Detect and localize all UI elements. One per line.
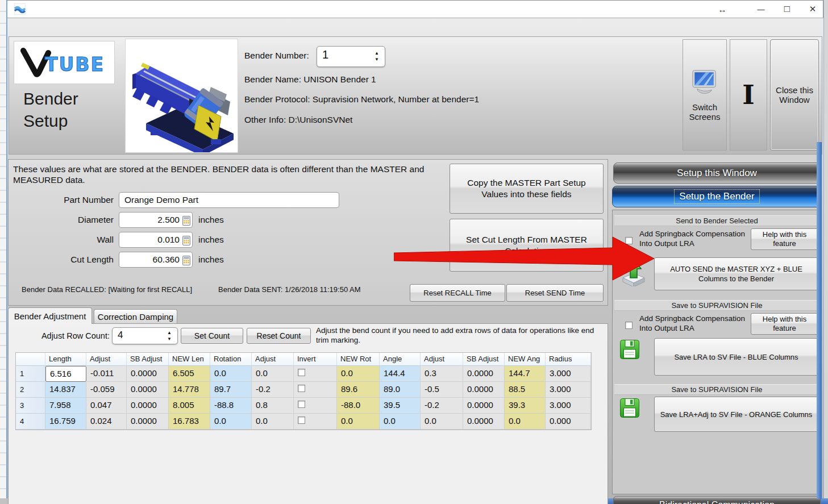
switch-screens-button[interactable]: Switch Screens [683,39,727,151]
table-cell[interactable]: 39.3 [505,398,546,414]
close-button[interactable]: ✕ [804,1,821,18]
tab-correction-damping[interactable]: Correction Damping [94,309,177,324]
table-cell[interactable]: 0.8 [252,398,294,414]
table-cell[interactable]: 0.3 [421,366,463,382]
save-lra-blue-button[interactable]: Save LRA to SV File - BLUE Columns [654,338,818,376]
table-cell[interactable] [294,382,337,398]
table-cell[interactable]: 0.0000 [127,366,169,382]
table-cell[interactable] [294,414,337,430]
table-cell[interactable]: -0.011 [86,366,127,382]
invert-checkbox[interactable] [298,416,305,424]
spin-up-icon[interactable]: ▲ [372,51,381,56]
table-cell[interactable]: 39.5 [380,398,421,414]
maximize-button[interactable]: □ [779,1,796,18]
column-header-adjust[interactable]: Adjust [86,353,127,366]
table-cell[interactable]: 89.6 [337,382,380,398]
spinner-arrows[interactable]: ▲ ▼ [372,47,381,66]
close-this-window-button[interactable]: Close this Window [770,39,819,151]
springback-checkbox-save[interactable] [625,322,633,329]
column-header-radius[interactable]: Radius [546,353,591,366]
minimize-button[interactable]: — [752,1,769,18]
table-cell[interactable]: 14.778 [169,382,210,398]
table-cell[interactable]: 89.0 [380,382,421,398]
auto-send-button[interactable]: AUTO SEND the MASTER XYZ + BLUE Columns … [654,257,818,290]
save-lra-adj-orange-button[interactable]: Save LRA+Adj to SV File - ORANGE Columns [654,397,818,432]
calculator-icon[interactable] [182,215,190,230]
table-cell[interactable]: 3.000 [546,382,591,398]
tab-bender-adjustment[interactable]: Bender Adjustment [8,307,92,324]
table-cell[interactable]: 0.0 [210,414,252,430]
wall-field[interactable]: 0.010 [119,232,193,248]
cut-length-field[interactable]: 60.360 [119,252,193,268]
table-cell[interactable]: 0.0 [210,366,252,382]
table-cell[interactable]: -0.5 [421,382,463,398]
column-header-new-rot[interactable]: NEW Rot [337,353,380,366]
spinner-arrows[interactable]: ▲ ▼ [165,328,174,344]
row-header[interactable]: 2 [16,382,45,398]
table-cell[interactable]: 0.0000 [463,414,505,430]
invert-checkbox[interactable] [298,369,305,376]
column-header-new-len[interactable]: NEW Len [169,353,210,366]
springback-checkbox-send[interactable] [625,237,633,244]
invert-checkbox[interactable] [298,385,305,392]
table-cell[interactable]: 88.5 [505,382,546,398]
table-cell[interactable]: -0.059 [86,382,127,398]
table-cell[interactable]: 7.958 [45,398,86,414]
column-header-rotation[interactable]: Rotation [210,353,252,366]
copy-master-values-button[interactable]: Copy the MASTER Part Setup Values into t… [450,164,604,214]
table-cell[interactable]: 0.0 [252,366,294,382]
table-cell[interactable] [294,366,337,382]
reset-send-time-button[interactable]: Reset SEND Time [506,284,604,302]
spin-up-icon[interactable]: ▲ [165,331,174,335]
table-cell[interactable]: -0.2 [421,398,463,414]
help-button-send[interactable]: Help with this feature [751,228,818,250]
reset-count-button[interactable]: Reset Count [247,328,311,344]
table-cell[interactable]: 0.0 [380,414,421,430]
table-cell[interactable]: 3.000 [546,398,591,414]
setup-this-window-button[interactable]: Setup this Window [613,163,821,184]
titlebar[interactable]: ↔ — □ ✕ [7,1,823,18]
table-cell[interactable] [294,398,337,414]
cursor-tool-button[interactable]: I [730,39,767,151]
reset-recall-time-button[interactable]: Reset RECALL Time [410,284,505,302]
calculator-icon[interactable] [182,255,190,270]
table-cell[interactable]: -0.2 [252,382,294,398]
table-cell[interactable]: 144.4 [380,366,421,382]
table-cell[interactable]: 14.837 [45,382,86,398]
column-header-sb-adjust[interactable]: SB Adjust [127,353,169,366]
spin-down-icon[interactable]: ▼ [165,337,174,341]
table-cell[interactable]: 0.000 [546,414,591,430]
part-number-field[interactable]: Orange Demo Part [119,192,339,208]
bender-number-spinner[interactable]: 1 ▲ ▼ [317,46,385,67]
table-cell[interactable]: 0.0000 [127,382,169,398]
bidirectional-communication-button[interactable]: Bidirectional Communication [613,496,821,504]
setup-the-bender-button[interactable]: Setup the Bender [612,186,822,207]
table-cell[interactable]: 0.0 [421,414,463,430]
help-button-save[interactable]: Help with this feature [751,313,818,335]
table-cell[interactable]: 0.047 [86,398,127,414]
table-cell[interactable]: 89.7 [210,382,252,398]
column-header-invert[interactable]: Invert [294,353,337,366]
column-header-sb-adjust[interactable]: SB Adjust [463,353,505,366]
table-cell[interactable]: 0.0 [252,414,294,430]
table-cell[interactable]: 144.7 [505,366,546,382]
calculator-icon[interactable] [182,235,190,250]
table-cell[interactable]: 6.516 [45,366,86,382]
table-corner-cell[interactable] [16,353,45,366]
spin-down-icon[interactable]: ▼ [372,57,381,62]
column-header-angle[interactable]: Angle [380,353,421,366]
table-cell[interactable]: 0.0000 [463,366,505,382]
row-header[interactable]: 4 [16,414,45,430]
column-header-adjust[interactable]: Adjust [252,353,294,366]
row-header[interactable]: 1 [16,366,45,382]
table-cell[interactable]: 3.000 [546,366,591,382]
row-header[interactable]: 3 [16,398,45,414]
set-cut-length-button[interactable]: Set Cut Length From MASTER Calculation [450,219,604,272]
column-header-new-ang[interactable]: NEW Ang [505,353,546,366]
set-count-button[interactable]: Set Count [181,328,243,344]
diameter-field[interactable]: 2.500 [119,212,193,228]
table-cell[interactable]: 0.0000 [127,414,169,430]
table-cell[interactable]: 0.0 [337,414,380,430]
table-cell[interactable]: -88.0 [337,398,380,414]
table-cell[interactable]: 0.0000 [127,398,169,414]
